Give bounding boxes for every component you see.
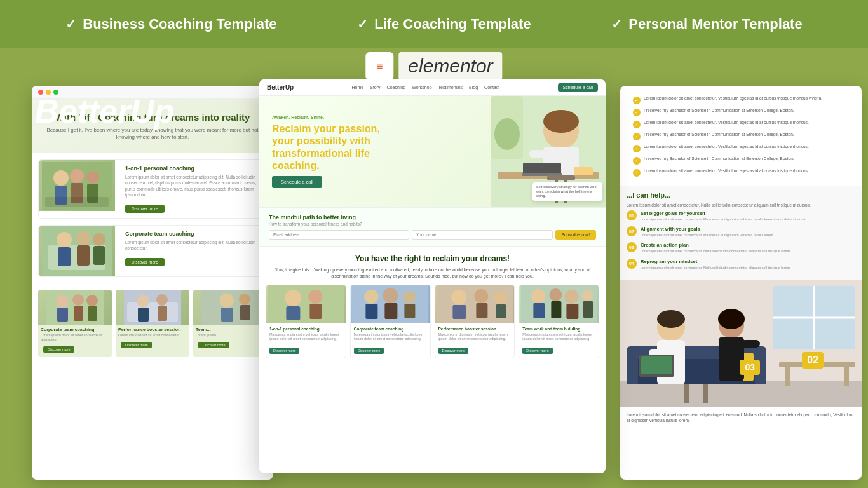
nav-link-testimonials[interactable]: Testimonials <box>438 85 463 90</box>
newsletter-form: Subscribe now! <box>269 230 596 240</box>
svg-rect-33 <box>240 305 250 320</box>
center-section-title: You have the right to reclaim your dream… <box>259 247 606 267</box>
checklist-item: ✓I received my Bachelor of Science in Co… <box>633 132 849 140</box>
left-bottom-row: Corporate team coaching Lorem ipsum dolo… <box>32 290 273 363</box>
center-hero-cta-button[interactable]: Schedule a call <box>272 176 322 188</box>
svg-point-57 <box>383 288 398 303</box>
center-nav-cta[interactable]: Schedule a call <box>558 83 598 92</box>
service-thumb-img-3 <box>435 285 515 323</box>
service-thumb-btn-2[interactable]: Discover more <box>354 348 384 354</box>
header-bar: ✓ Business Coaching Template ✓ Life Coac… <box>0 0 868 48</box>
header-item-mentor: ✓ Personal Mentor Template <box>611 16 802 32</box>
newsletter-email-input[interactable] <box>269 230 409 240</box>
svg-rect-26 <box>138 308 149 322</box>
elementor-text: elementor <box>398 52 502 80</box>
office-scene <box>620 280 862 407</box>
service-thumb-img-4 <box>519 285 599 323</box>
right-help-text: Lorem ipsum dolor sit amet consectetur. … <box>627 202 855 208</box>
action-list-item: 02Alignment with your goalsLorem ipsum d… <box>627 226 855 238</box>
right-bottom-desc: Lorem ipsum dolor sit amet consectetur a… <box>627 412 855 423</box>
service-thumb-btn-1[interactable]: Discover more <box>269 348 299 354</box>
discover-btn-1[interactable]: Discover more <box>125 205 165 213</box>
svg-rect-70 <box>534 303 545 318</box>
check-circle-icon: ✓ <box>633 109 641 116</box>
bottom-thumb-title-3: Team... <box>196 327 264 332</box>
nav-link-home[interactable]: Home <box>352 85 364 90</box>
service-title-1: 1-on-1 personal coaching <box>125 165 261 172</box>
bottom-thumb-desc-2: Lorem ipsum dolor sit amet consectetur. <box>118 333 187 337</box>
checklist-item: ✓Lorem ipsum dolor sit amet consectetur.… <box>633 168 849 177</box>
checklist-item: ✓I received my Bachelor of Science in Co… <box>633 108 849 116</box>
header-label-business: Business Coaching Template <box>83 16 276 32</box>
right-bottom-img: 02 03 <box>620 280 862 407</box>
newsletter-desc: How to transform your personal fitness a… <box>269 222 596 226</box>
service-thumb-illustration-1 <box>266 285 346 323</box>
action-number: 01 <box>627 210 637 220</box>
action-number: 02 <box>627 226 637 236</box>
center-section-desc: Now, imagine this... Waking up every mor… <box>259 267 606 285</box>
bottom-thumb-img-2 <box>116 290 189 325</box>
service-thumb-img-2 <box>351 285 430 323</box>
discover-btn-2[interactable]: Discover more <box>125 258 165 266</box>
bottom-thumb-2: Performance booster session Lorem ipsum … <box>116 290 189 357</box>
bottom-thumb-btn-2[interactable]: Discover more <box>121 342 152 348</box>
svg-point-55 <box>364 290 378 304</box>
service-img-inner-1 <box>39 160 115 211</box>
thumb-illustration-3 <box>193 290 267 325</box>
bottom-thumb-btn-3[interactable]: Discover more <box>198 342 229 348</box>
right-help-title: ...I can help... <box>627 191 855 199</box>
bottom-thumb-title-1: Corporate team coaching <box>41 327 109 332</box>
center-hero-tag: Awaken. Reclaim. Shine. <box>272 115 478 119</box>
service-thumb-text-4: Team work and team building Maecenas in … <box>519 323 599 358</box>
svg-rect-53 <box>309 304 322 319</box>
floating-num-03: 03 <box>740 360 760 375</box>
right-checklist: // Will be populated by JS below ✓Lorem … <box>627 91 855 186</box>
center-nav-links: Home Story Coaching Workshop Testimonial… <box>352 85 500 90</box>
svg-point-5 <box>86 171 99 184</box>
svg-rect-41 <box>523 163 561 174</box>
svg-rect-13 <box>77 245 90 266</box>
svg-rect-31 <box>221 308 233 322</box>
newsletter-subscribe-btn[interactable]: Subscribe now! <box>555 230 596 240</box>
nav-link-blog[interactable]: Blog <box>469 85 478 90</box>
svg-rect-63 <box>452 305 466 319</box>
action-list-item: 03Create an action planLorem ipsum dolor… <box>627 242 855 254</box>
service-thumb-illustration-3 <box>435 285 515 323</box>
svg-point-59 <box>403 291 416 304</box>
action-desc: Lorem ipsum dolor sit amet consectetur. … <box>641 266 791 270</box>
nav-link-contact[interactable]: Contact <box>484 85 499 90</box>
service-img-inner-2 <box>39 226 115 276</box>
svg-rect-22 <box>88 306 97 321</box>
checklist-text: I received my Bachelor of Science in Com… <box>644 132 794 137</box>
service-thumb-desc-3: Maecenas in dignissim vehicula iaculis l… <box>438 332 512 341</box>
header-item-business: ✓ Business Coaching Template <box>65 16 276 32</box>
svg-point-73 <box>565 290 579 304</box>
service-thumb-title-2: Corporate team coaching <box>354 327 427 331</box>
bottom-thumb-btn-1[interactable]: Discover more <box>43 346 74 353</box>
thumb-illustration-1 <box>38 290 112 325</box>
svg-point-71 <box>550 288 562 301</box>
checklist-item: ✓I received my Bachelor of Science in Co… <box>633 156 849 165</box>
nav-link-coaching[interactable]: Coaching <box>387 85 406 90</box>
service-thumb-btn-3[interactable]: Discover more <box>438 348 468 354</box>
card-business-coaching: With Life Coaching turn dreams into real… <box>32 86 273 480</box>
nav-link-story[interactable]: Story <box>370 85 380 90</box>
nav-link-workshop[interactable]: Workshop <box>412 85 431 90</box>
service-thumb-3: Performance booster session Maecenas in … <box>435 285 515 358</box>
checklist-item: ✓Lorem ipsum dolor sit amet consectetur.… <box>633 96 849 104</box>
hero-title-line3: coaching. <box>272 160 320 171</box>
svg-rect-99 <box>703 384 708 403</box>
svg-point-17 <box>56 295 69 308</box>
checklist-text: Lorem ipsum dolor sit amet consectetur. … <box>644 120 809 125</box>
service-thumb-btn-4[interactable]: Discover more <box>522 348 552 354</box>
service-illustration-2 <box>42 226 112 276</box>
bottom-thumb-img-1 <box>38 290 112 325</box>
bottom-thumb-3: Team... Lorem ipsum Discover more <box>193 290 267 357</box>
service-thumb-text-2: Corporate team coaching Maecenas in dign… <box>351 323 430 358</box>
header-item-life: ✓ Life Coaching Template <box>357 16 531 32</box>
header-label-life: Life Coaching Template <box>374 16 531 32</box>
newsletter-name-input[interactable] <box>412 230 552 240</box>
check-icon-life: ✓ <box>357 17 368 32</box>
action-content: Set bigger goals for yourselfLorem ipsum… <box>641 210 806 222</box>
check-circle-icon: ✓ <box>633 133 641 140</box>
